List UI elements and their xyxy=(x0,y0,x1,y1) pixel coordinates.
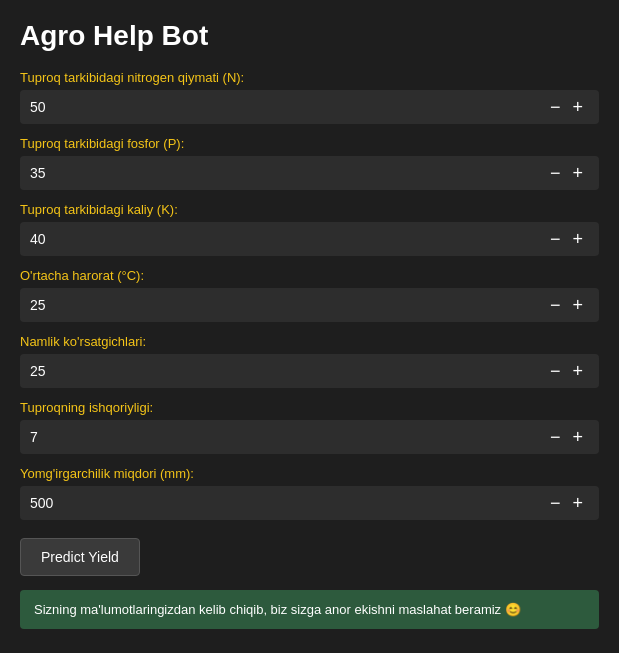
result-text: Sizning ma'lumotlaringizdan kelib chiqib… xyxy=(34,602,521,617)
field-input-yomgir[interactable] xyxy=(30,495,544,511)
field-minus-namlik[interactable]: − xyxy=(544,362,567,380)
field-group-kaliy: Tuproq tarkibidagi kaliy (K):−+ xyxy=(20,202,599,256)
field-minus-kaliy[interactable]: − xyxy=(544,230,567,248)
field-plus-harorat[interactable]: + xyxy=(566,296,589,314)
field-label-kaliy: Tuproq tarkibidagi kaliy (K): xyxy=(20,202,599,217)
field-input-row-nitrogen: −+ xyxy=(20,90,599,124)
field-minus-harorat[interactable]: − xyxy=(544,296,567,314)
field-group-nitrogen: Tuproq tarkibidagi nitrogen qiymati (N):… xyxy=(20,70,599,124)
field-minus-nitrogen[interactable]: − xyxy=(544,98,567,116)
field-plus-ishqoriylik[interactable]: + xyxy=(566,428,589,446)
field-plus-kaliy[interactable]: + xyxy=(566,230,589,248)
result-box: Sizning ma'lumotlaringizdan kelib chiqib… xyxy=(20,590,599,629)
predict-yield-button[interactable]: Predict Yield xyxy=(20,538,140,576)
field-plus-namlik[interactable]: + xyxy=(566,362,589,380)
field-input-namlik[interactable] xyxy=(30,363,544,379)
field-group-ishqoriylik: Tuproqning ishqoriyligi:−+ xyxy=(20,400,599,454)
field-input-row-ishqoriylik: −+ xyxy=(20,420,599,454)
app-title: Agro Help Bot xyxy=(20,20,599,52)
field-plus-nitrogen[interactable]: + xyxy=(566,98,589,116)
field-label-yomgir: Yomg'irgarchilik miqdori (mm): xyxy=(20,466,599,481)
field-label-nitrogen: Tuproq tarkibidagi nitrogen qiymati (N): xyxy=(20,70,599,85)
field-group-namlik: Namlik ko'rsatgichlari:−+ xyxy=(20,334,599,388)
field-input-row-kaliy: −+ xyxy=(20,222,599,256)
field-input-kaliy[interactable] xyxy=(30,231,544,247)
field-group-harorat: O'rtacha harorat (°C):−+ xyxy=(20,268,599,322)
field-input-row-fosfor: −+ xyxy=(20,156,599,190)
field-label-namlik: Namlik ko'rsatgichlari: xyxy=(20,334,599,349)
field-plus-yomgir[interactable]: + xyxy=(566,494,589,512)
field-minus-yomgir[interactable]: − xyxy=(544,494,567,512)
field-input-nitrogen[interactable] xyxy=(30,99,544,115)
field-input-fosfor[interactable] xyxy=(30,165,544,181)
field-input-ishqoriylik[interactable] xyxy=(30,429,544,445)
field-input-harorat[interactable] xyxy=(30,297,544,313)
field-label-fosfor: Tuproq tarkibidagi fosfor (P): xyxy=(20,136,599,151)
field-minus-ishqoriylik[interactable]: − xyxy=(544,428,567,446)
field-input-row-yomgir: −+ xyxy=(20,486,599,520)
field-input-row-namlik: −+ xyxy=(20,354,599,388)
field-group-fosfor: Tuproq tarkibidagi fosfor (P):−+ xyxy=(20,136,599,190)
field-label-harorat: O'rtacha harorat (°C): xyxy=(20,268,599,283)
field-plus-fosfor[interactable]: + xyxy=(566,164,589,182)
field-minus-fosfor[interactable]: − xyxy=(544,164,567,182)
field-label-ishqoriylik: Tuproqning ishqoriyligi: xyxy=(20,400,599,415)
field-group-yomgir: Yomg'irgarchilik miqdori (mm):−+ xyxy=(20,466,599,520)
field-input-row-harorat: −+ xyxy=(20,288,599,322)
